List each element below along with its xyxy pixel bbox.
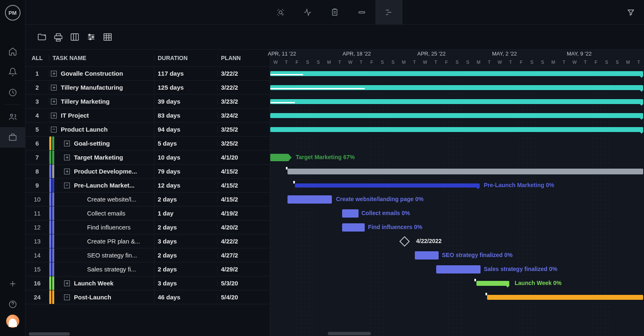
task-grid: ALL TASK NAME DURATION PLANN 1 ＋Govalle … [25,49,270,336]
day-label: F [292,60,302,66]
gantt-chart[interactable]: APR, 11 '22APR, 18 '22APR, 25 '22MAY, 2 … [270,49,644,336]
bar-label: Sales strategy finalized 0% [484,266,557,272]
day-label: T [505,60,516,66]
column-task-name[interactable]: TASK NAME [49,55,154,61]
day-label: S [302,60,313,66]
svg-rect-6 [359,12,365,13]
sliders-icon[interactable] [86,32,96,42]
day-label: F [516,60,527,66]
day-label: T [430,60,441,66]
day-label: S [601,60,612,66]
toggle-icon[interactable]: ＋ [64,155,70,160]
day-label: F [441,60,452,66]
task-row[interactable]: 12 Find influencers 2 days 4/20/2 [25,220,270,234]
toggle-icon[interactable]: − [64,294,70,300]
day-label: T [484,60,494,66]
clipboard-icon[interactable] [321,0,348,25]
svg-rect-5 [333,9,337,15]
day-label: T [580,60,591,66]
filter-icon[interactable] [627,0,635,25]
folder-icon[interactable] [37,32,47,42]
gantt-view-icon[interactable] [375,0,402,25]
row-number: 6 [25,140,49,147]
day-label: T [633,60,644,66]
task-name: Create website/l... [87,196,136,203]
task-row[interactable]: 13 Create PR plan &... 3 days 4/22/2 [25,234,270,248]
task-row[interactable]: 8 ＋Product Developme... 79 days 4/15/2 [25,165,270,178]
day-label: T [334,60,345,66]
toggle-icon[interactable]: ＋ [64,169,70,174]
task-planned: 4/27/2 [218,252,270,259]
task-planned: 3/23/2 [218,98,270,105]
svg-point-8 [89,34,90,36]
milestone-diamond[interactable] [399,236,409,246]
toggle-icon[interactable]: ＋ [64,141,70,146]
day-label: M [398,60,409,66]
bar-label: SEO strategy finalized 0% [442,252,513,258]
clock-icon[interactable] [0,82,25,103]
task-row[interactable]: 10 Create website/l... 2 days 4/15/2 [25,192,270,206]
day-label: T [356,60,366,66]
week-label: APR, 11 '22 [268,51,296,57]
link-icon[interactable] [348,0,375,25]
task-planned: 3/24/2 [218,112,270,119]
day-label: S [377,60,388,66]
grid-icon[interactable] [103,32,113,42]
task-row[interactable]: 24 −Post-Launch 46 days 5/4/20 [25,290,270,304]
svg-point-4 [279,11,282,14]
task-row[interactable]: 14 SEO strategy fin... 2 days 4/27/2 [25,248,270,262]
task-row[interactable]: 15 Sales strategy fi... 2 days 4/29/2 [25,262,270,276]
app-logo[interactable]: PM [5,5,21,21]
plus-icon[interactable] [0,273,25,294]
task-row[interactable]: 3 ＋Tillery Marketing 39 days 3/23/2 [25,95,270,109]
print-icon[interactable] [53,32,63,42]
task-row[interactable]: 7 ＋Target Marketing 10 days 4/1/20 [25,151,270,165]
bar-label: Create website/landing page 0% [336,196,423,202]
task-name: Tillery Manufacturing [61,84,123,91]
task-duration: 10 days [154,154,218,161]
svg-point-10 [90,38,91,40]
svg-point-9 [92,36,94,38]
day-label: W [270,60,281,66]
task-row[interactable]: 2 ＋Tillery Manufacturing 125 days 3/22/2 [25,81,270,95]
task-row[interactable]: 11 Collect emails 1 day 4/19/2 [25,206,270,220]
toggle-icon[interactable]: ＋ [51,99,57,104]
column-all[interactable]: ALL [25,55,49,61]
home-icon[interactable] [0,41,25,62]
row-number: 15 [25,266,49,273]
task-row[interactable]: 5 −Product Launch 94 days 3/25/2 [25,123,270,137]
toggle-icon[interactable]: ＋ [64,280,70,286]
task-planned: 4/1/20 [218,154,270,161]
gantt-scrollbar[interactable] [328,332,371,335]
toggle-icon[interactable]: ＋ [51,113,57,118]
user-avatar[interactable] [6,315,19,328]
task-row[interactable]: 9 −Pre-Launch Market... 12 days 4/15/2 [25,178,270,192]
task-duration: 12 days [154,182,218,189]
task-row[interactable]: 6 ＋Goal-setting 5 days 3/25/2 [25,137,270,151]
column-duration[interactable]: DURATION [154,55,218,61]
task-row[interactable]: 1 ＋Govalle Construction 117 days 3/22/2 [25,67,270,81]
toggle-icon[interactable]: − [51,127,57,132]
task-duration: 2 days [154,266,218,273]
people-icon[interactable] [0,107,25,127]
activity-icon[interactable] [294,0,321,25]
task-duration: 1 day [154,210,218,217]
row-number: 3 [25,98,49,105]
row-number: 11 [25,210,49,217]
toggle-icon[interactable]: ＋ [51,85,57,90]
row-number: 12 [25,224,49,231]
task-row[interactable]: 4 ＋IT Project 83 days 3/24/2 [25,109,270,123]
grid-scrollbar[interactable] [25,332,270,336]
toggle-icon[interactable]: − [64,183,70,188]
task-planned: 3/25/2 [218,140,270,147]
help-icon[interactable] [0,294,25,315]
columns-icon[interactable] [70,32,80,42]
zoom-search-icon[interactable] [267,0,294,25]
task-row[interactable]: 16 ＋Launch Week 3 days 5/3/20 [25,276,270,290]
bell-icon[interactable] [0,62,25,82]
task-duration: 117 days [154,70,218,77]
briefcase-icon[interactable] [0,127,25,148]
row-number: 24 [25,294,49,301]
toggle-icon[interactable]: ＋ [51,71,57,76]
column-planned[interactable]: PLANN [218,55,270,61]
